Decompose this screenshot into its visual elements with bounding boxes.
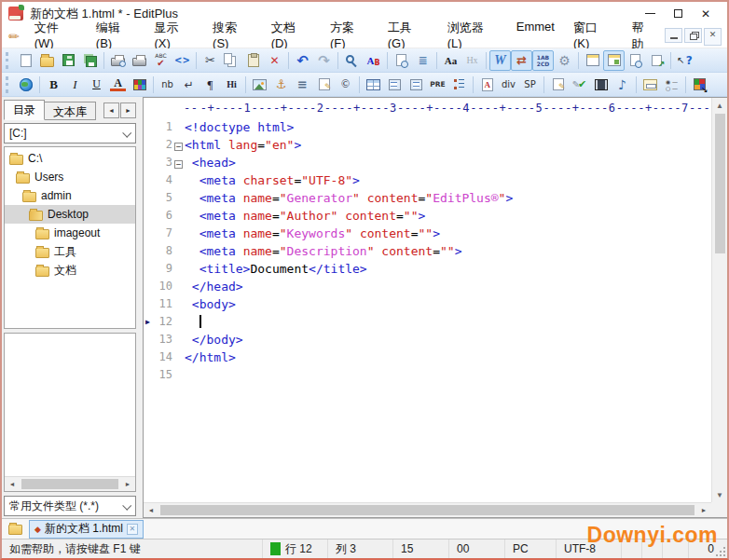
replace-button[interactable]: [363, 50, 384, 71]
highlight-colors-button[interactable]: [689, 75, 710, 95]
tree-item[interactable]: admin: [5, 186, 135, 205]
insert-form-button[interactable]: [547, 75, 569, 95]
copy-button[interactable]: [221, 50, 242, 71]
print-preview-button[interactable]: [107, 50, 129, 71]
tree-item[interactable]: C:\: [5, 149, 135, 168]
tree-item[interactable]: imageout: [5, 224, 135, 242]
toolbar-grip[interactable]: [6, 76, 11, 93]
syntax-check-button[interactable]: <>: [172, 50, 193, 71]
scrollbar-thumb[interactable]: [715, 114, 725, 253]
mdi-close-button[interactable]: [704, 28, 722, 46]
form-fields-button[interactable]: [640, 75, 661, 95]
line-break-button[interactable]: ↵: [178, 75, 199, 95]
mdi-minimize-button[interactable]: [665, 28, 682, 43]
delete-button[interactable]: ✕: [264, 50, 285, 71]
horizontal-rule-button[interactable]: ≡: [292, 75, 313, 95]
insert-table-button[interactable]: [363, 75, 384, 95]
close-button[interactable]: [692, 4, 720, 24]
tree-item[interactable]: 工具: [5, 242, 135, 261]
window-layout-button[interactable]: [603, 50, 625, 71]
special-characters-button[interactable]: ©: [335, 75, 356, 95]
underline-button[interactable]: U: [86, 75, 107, 95]
tab-cliptext[interactable]: 文本库: [45, 102, 96, 120]
toggle-directory-button[interactable]: [5, 521, 25, 538]
browser-view-button[interactable]: [625, 50, 646, 71]
drive-select[interactable]: [C:]: [4, 123, 136, 143]
spell-check-button[interactable]: [150, 50, 172, 71]
align-center-button[interactable]: [406, 75, 427, 95]
italic-button[interactable]: I: [64, 75, 86, 95]
document-tab[interactable]: ◆ 新的文档 1.html: [29, 520, 144, 539]
non-breaking-space-button[interactable]: nb: [157, 75, 178, 95]
scroll-down-icon[interactable]: ▼: [712, 487, 728, 502]
document-list-button[interactable]: [582, 50, 603, 71]
font-button[interactable]: Aa: [440, 50, 461, 71]
sort-button[interactable]: [532, 50, 554, 71]
view-in-browser-button[interactable]: [15, 75, 36, 95]
tab-close-icon[interactable]: [127, 524, 138, 535]
maximize-button[interactable]: [664, 4, 692, 24]
font-tag-button[interactable]: [476, 75, 498, 95]
color-picker-button[interactable]: [129, 75, 150, 95]
code-area[interactable]: 1<!doctype html>2−<html lang="en">3− <he…: [144, 118, 727, 517]
paragraph-button[interactable]: ¶: [199, 75, 221, 95]
insert-list-button[interactable]: [448, 75, 470, 95]
find-button[interactable]: [341, 50, 363, 71]
font-color-icon: A: [110, 78, 126, 91]
open-in-browser-button[interactable]: [646, 50, 667, 71]
scroll-left-icon[interactable]: ◄: [144, 503, 158, 517]
insert-script-button[interactable]: [569, 75, 590, 95]
new-file-button[interactable]: [15, 50, 36, 71]
insert-image-button[interactable]: [249, 75, 270, 95]
fold-icon[interactable]: −: [174, 160, 183, 169]
fold-icon[interactable]: −: [174, 143, 183, 151]
undo-button[interactable]: ↶: [292, 50, 313, 71]
file-list-hscrollbar[interactable]: ◄ ►: [5, 476, 135, 491]
line-numbers-button[interactable]: ≣: [412, 50, 433, 71]
word-wrap-button[interactable]: W: [489, 50, 511, 71]
font-color-button[interactable]: A: [107, 75, 129, 95]
open-file-button[interactable]: [36, 50, 58, 71]
cut-button[interactable]: ✂: [199, 50, 221, 71]
tab-scroll-left-button[interactable]: ◄: [103, 102, 119, 118]
save-button[interactable]: [58, 50, 79, 71]
bold-button[interactable]: B: [43, 75, 64, 95]
scroll-up-icon[interactable]: ▲: [712, 98, 728, 113]
redo-button[interactable]: ↷: [313, 50, 335, 71]
tree-item[interactable]: Desktop: [5, 205, 135, 224]
insert-video-button[interactable]: [590, 75, 612, 95]
preferences-button[interactable]: ⚙: [554, 50, 575, 71]
span-tag-button[interactable]: SP: [519, 75, 541, 95]
file-type-filter[interactable]: 常用文件类型 (*.*): [4, 496, 136, 516]
print-button[interactable]: [129, 50, 150, 71]
heading-button[interactable]: Hi: [221, 75, 242, 95]
scrollbar-thumb[interactable]: [21, 479, 118, 489]
find-in-files-button[interactable]: [391, 50, 412, 71]
tab-directory[interactable]: 目录: [4, 100, 45, 120]
scroll-right-icon[interactable]: ►: [696, 503, 711, 517]
textarea-button[interactable]: [313, 75, 335, 95]
mdi-restore-button[interactable]: [684, 28, 702, 43]
div-tag-button[interactable]: div: [498, 75, 519, 95]
tree-item[interactable]: Users: [5, 168, 135, 186]
context-help-button[interactable]: [674, 50, 695, 71]
code-line: ▶12: [144, 313, 710, 331]
tab-scroll-right-button[interactable]: ►: [120, 102, 136, 118]
scroll-right-icon[interactable]: ►: [120, 477, 135, 491]
editor-hscrollbar[interactable]: ◄ ►: [144, 502, 711, 517]
paste-button[interactable]: [242, 50, 264, 71]
preformatted-button[interactable]: PRE: [427, 75, 448, 95]
toolbar-grip[interactable]: [6, 52, 11, 69]
save-all-button[interactable]: [79, 50, 101, 71]
toolbar-separator: [288, 52, 289, 69]
auto-indent-button[interactable]: ⇄: [511, 50, 532, 71]
scroll-left-icon[interactable]: ◄: [5, 477, 20, 491]
radio-buttons-button[interactable]: [661, 75, 682, 95]
editor-vscrollbar[interactable]: ▲ ▼: [711, 98, 727, 502]
tree-item[interactable]: 文档: [5, 261, 135, 280]
fold-column: [172, 171, 185, 189]
insert-audio-button[interactable]: ♪: [612, 75, 633, 95]
anchor-button[interactable]: ⚓: [270, 75, 292, 95]
align-left-button[interactable]: [384, 75, 406, 95]
scrollbar-thumb[interactable]: [160, 505, 695, 515]
